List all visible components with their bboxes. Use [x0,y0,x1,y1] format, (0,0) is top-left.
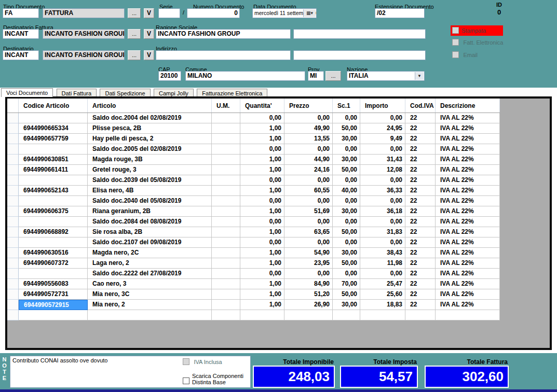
column-header-articolo[interactable]: Articolo [88,99,212,113]
cell-articolo[interactable]: Hay pelle di pesca, 2 [88,134,212,144]
cell-um[interactable] [212,123,240,134]
cell-sc1[interactable]: 70,00 [333,279,360,289]
tab-dati-fattura[interactable]: Dati Fattura [57,89,97,97]
cell-um[interactable] [212,113,240,123]
cell-sc1[interactable]: 50,00 [333,123,360,134]
cell-sc1[interactable]: 50,00 [333,227,360,237]
cell-quantita[interactable]: 0,00 [240,175,284,186]
cell-cod-iva[interactable] [405,310,436,320]
cell-um[interactable] [212,165,240,175]
cell-codice-articolo[interactable]: 6944990630516 [19,248,88,258]
cell-codice-articolo[interactable]: 6944990630851 [19,155,88,165]
cell-sc1[interactable]: 50,00 [333,258,360,269]
cell-um[interactable] [212,289,240,300]
cell-codice-articolo[interactable]: 6944990668892 [19,227,88,237]
cell-codice-articolo[interactable]: 6944990556083 [19,279,88,289]
cell-um[interactable] [212,196,240,206]
cell-articolo[interactable]: Gretel rouge, 3 [88,165,212,175]
cell-articolo[interactable]: Mia nero, 3C [88,289,212,300]
cell-importo[interactable]: 0,00 [360,196,405,206]
cell-codice-articolo[interactable] [19,144,88,155]
cell-articolo[interactable] [88,310,212,320]
cell-codice-articolo[interactable]: 6944990657759 [19,134,88,144]
cell-descrizione[interactable] [436,310,500,320]
column-header-descrizione[interactable]: Descrizione [436,99,500,113]
destinatario-fattura-name-field[interactable]: INCANTO FASHION GROUP [43,29,125,39]
cell-quantita[interactable]: 0,00 [240,144,284,155]
cell-prezzo[interactable]: 0,00 [284,175,333,186]
cell-codice-articolo[interactable] [19,196,88,206]
scarica-componenti-checkbox[interactable] [183,377,189,384]
tipo-documento-view-button[interactable]: V [144,8,154,18]
column-header-codice-articolo[interactable]: Codice Articolo [19,99,88,113]
cell-sc1[interactable]: 0,00 [333,113,360,123]
cell-codice-articolo[interactable] [19,237,88,248]
cell-sc1[interactable]: 30,00 [333,300,360,310]
cell-um[interactable] [212,144,240,155]
cell-importo[interactable]: 0,00 [360,144,405,155]
cell-quantita[interactable]: 1,00 [240,186,284,196]
cell-quantita[interactable]: 0,00 [240,196,284,206]
cell-codice-articolo[interactable]: 6944990606375 [19,206,88,217]
cell-quantita[interactable]: 1,00 [240,279,284,289]
cell-codice-articolo[interactable]: 6944990572731 [19,289,88,300]
cell-quantita[interactable]: 0,00 [240,269,284,279]
cell-importo[interactable]: 25,60 [360,289,405,300]
ragione-sociale-extra-field[interactable] [293,29,426,39]
stampata-checkbox[interactable] [452,27,459,34]
cell-descrizione[interactable]: IVA AL 22% [436,186,500,196]
cell-prezzo[interactable]: 0,00 [284,237,333,248]
cell-um[interactable] [212,237,240,248]
cell-sc1[interactable]: 0,00 [333,175,360,186]
cell-cod-iva[interactable]: 22 [405,113,436,123]
serie-field[interactable] [158,8,180,18]
cell-cod-iva[interactable]: 22 [405,134,436,144]
cell-cod-iva[interactable]: 22 [405,289,436,300]
cell-articolo[interactable]: Sie rosa alba, 2B [88,227,212,237]
cell-importo[interactable]: 12,08 [360,165,405,175]
cell-codice-articolo[interactable]: 6944990661411 [19,165,88,175]
row-selector[interactable] [7,206,19,217]
cell-articolo[interactable]: Saldo doc.2107 del 09/08/2019 [88,237,212,248]
fatt-elettronica-checkbox[interactable] [452,39,459,46]
cell-cod-iva[interactable]: 22 [405,196,436,206]
cell-descrizione[interactable]: IVA AL 22% [436,258,500,269]
column-header-quantita[interactable]: Quantita' [240,99,284,113]
cell-importo[interactable]: 25,47 [360,279,405,289]
row-selector[interactable] [7,123,19,134]
cell-descrizione[interactable]: IVA AL 22% [436,196,500,206]
cell-um[interactable] [212,258,240,269]
cell-um[interactable] [212,248,240,258]
cell-sc1[interactable]: 0,00 [333,144,360,155]
cell-prezzo[interactable] [284,310,333,320]
comune-field[interactable]: MILANO [185,71,305,81]
cell-prezzo[interactable]: 51,69 [284,206,333,217]
column-header-um[interactable]: U.M. [212,99,240,113]
email-checkbox[interactable] [452,51,459,58]
cell-descrizione[interactable]: IVA AL 22% [436,155,500,165]
row-selector[interactable] [7,186,19,196]
cell-codice-articolo[interactable]: 6944990665334 [19,123,88,134]
cell-codice-articolo[interactable] [19,310,88,320]
cell-prezzo[interactable]: 24,16 [284,165,333,175]
row-selector[interactable] [7,310,19,320]
cell-codice-articolo[interactable] [19,113,88,123]
cell-descrizione[interactable]: IVA AL 22% [436,206,500,217]
prov-browse-button[interactable]: ... [325,71,341,81]
row-selector[interactable] [7,165,19,175]
cell-articolo[interactable]: Saldo doc.2222 del 27/08/2019 [88,269,212,279]
cell-descrizione[interactable]: IVA AL 22% [436,175,500,186]
row-selector[interactable] [7,175,19,186]
tipo-documento-name-field[interactable]: FATTURA [43,8,125,18]
column-header-cod-iva[interactable]: Cod.IVA [405,99,436,113]
cell-sc1[interactable]: 30,00 [333,206,360,217]
cell-prezzo[interactable]: 0,00 [284,196,333,206]
cell-descrizione[interactable]: IVA AL 22% [436,113,500,123]
cell-articolo[interactable]: Saldo doc.2004 del 02/08/2019 [88,113,212,123]
cell-um[interactable] [212,227,240,237]
cell-importo[interactable]: 0,00 [360,237,405,248]
tab-voci-documento[interactable]: Voci Documento [1,88,53,97]
cell-quantita[interactable]: 1,00 [240,289,284,300]
row-selector[interactable] [7,269,19,279]
cell-importo[interactable]: 31,43 [360,155,405,165]
